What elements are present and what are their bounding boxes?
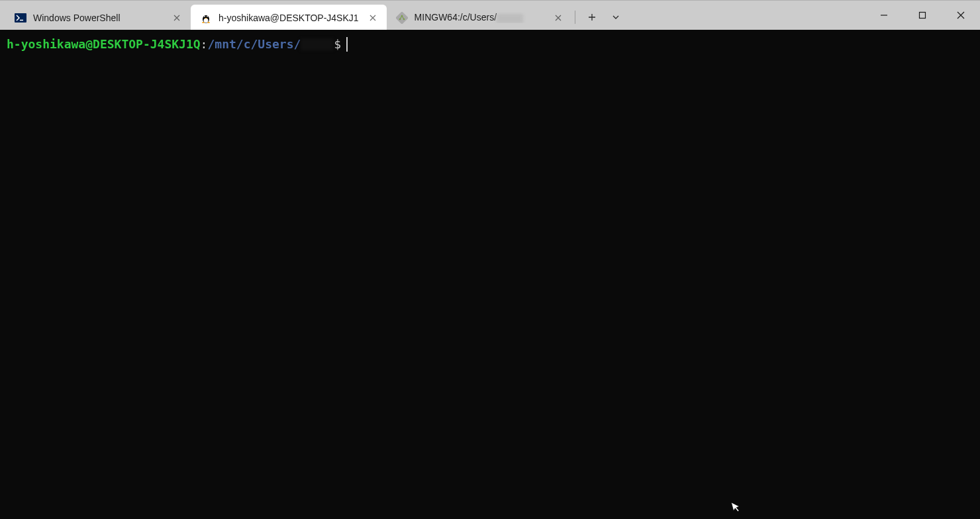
- tab-dropdown-button[interactable]: [605, 7, 627, 28]
- svg-point-9: [207, 22, 210, 23]
- tab-close-button[interactable]: [551, 11, 565, 25]
- text-cursor: [346, 37, 348, 52]
- tab-strip: Windows PowerShell h-yoshikaw: [0, 1, 572, 30]
- terminal-viewport[interactable]: h-yoshikawa@DESKTOP-J4SKJ1Q:/mnt/c/Users…: [0, 30, 980, 519]
- prompt-user-host: h-yoshikawa@DESKTOP-J4SKJ1Q: [7, 36, 201, 52]
- svg-point-7: [207, 16, 208, 17]
- tab-actions: [578, 1, 630, 30]
- prompt-path: /mnt/c/Users/: [207, 36, 301, 52]
- new-tab-button[interactable]: [581, 7, 603, 28]
- tab-close-button[interactable]: [170, 11, 184, 25]
- prompt-separator: :: [201, 36, 208, 52]
- redacted-text: [301, 38, 334, 50]
- tab-powershell[interactable]: Windows PowerShell: [5, 5, 191, 30]
- git-bash-icon: [396, 12, 408, 24]
- svg-point-6: [205, 16, 205, 17]
- prompt-line: h-yoshikawa@DESKTOP-J4SKJ1Q:/mnt/c/Users…: [7, 36, 973, 52]
- tab-label: h-yoshikawa@DESKTOP-J4SKJ1: [219, 13, 359, 23]
- prompt-symbol: $: [334, 36, 341, 52]
- window-controls: [865, 1, 980, 30]
- tab-wsl-linux[interactable]: h-yoshikawa@DESKTOP-J4SKJ1: [191, 5, 387, 30]
- titlebar-drag-region[interactable]: [630, 1, 865, 30]
- svg-rect-10: [396, 12, 408, 24]
- svg-rect-0: [15, 13, 26, 23]
- maximize-button[interactable]: [903, 1, 942, 30]
- divider: [575, 11, 575, 24]
- tab-git-bash[interactable]: MINGW64:/c/Users/: [387, 5, 572, 30]
- minimize-button[interactable]: [865, 1, 903, 30]
- tab-label: Windows PowerShell: [33, 13, 163, 23]
- tab-label: MINGW64:/c/Users/: [415, 12, 544, 23]
- redacted-text: [497, 14, 523, 23]
- mouse-cursor-icon: [730, 500, 744, 518]
- tab-close-button[interactable]: [366, 11, 380, 25]
- svg-point-8: [202, 22, 205, 23]
- tux-icon: [200, 12, 212, 24]
- svg-rect-17: [920, 13, 926, 19]
- titlebar: Windows PowerShell h-yoshikaw: [0, 0, 980, 30]
- close-window-button[interactable]: [942, 1, 980, 30]
- powershell-icon: [15, 12, 26, 24]
